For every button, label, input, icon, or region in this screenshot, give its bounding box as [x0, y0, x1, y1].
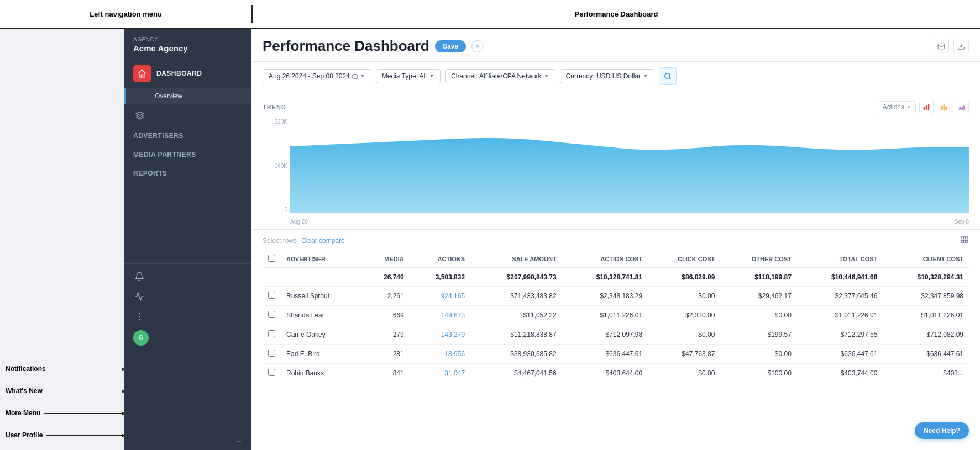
table-section: Select rows Clear compare A — [251, 230, 980, 383]
left-nav-label: Left navigation menu — [0, 10, 251, 18]
row-advertiser-0: Russell Sprout — [281, 287, 362, 306]
date-range-label: Aug 26 2024 - Sep 08 2024 — [269, 72, 350, 80]
notifications-icon[interactable] — [133, 271, 145, 283]
x-label-start: Aug 26 — [290, 219, 308, 225]
row-checkbox-input-4[interactable] — [268, 369, 275, 376]
sidebar-item-media-partners[interactable]: MEDIA PARTNERS — [124, 145, 251, 164]
totals-click-cost: $86,029.09 — [648, 268, 720, 287]
filters-bar: Aug 26 2024 - Sep 08 2024 Media Type: Al… — [251, 62, 980, 91]
media-partners-label: MEDIA PARTNERS — [133, 151, 196, 158]
row-click-cost-2: $0.00 — [648, 325, 720, 345]
affiliates-icon — [133, 109, 146, 122]
row-sale-amount-3: $38,930,685.82 — [470, 345, 562, 364]
row-other-cost-0: $29,462.17 — [720, 287, 797, 306]
row-checkbox-input-2[interactable] — [268, 330, 275, 337]
col-actions: ACTIONS — [410, 250, 470, 268]
row-total-cost-4: $403,744.00 — [797, 364, 883, 383]
svg-line-9 — [669, 78, 671, 80]
channel-filter[interactable]: Channel: Affiliate/CPA Network — [445, 69, 555, 83]
layout-icon — [960, 235, 969, 244]
agency-sublabel: Agency — [133, 36, 243, 43]
search-button[interactable] — [659, 67, 677, 85]
clear-compare-btn[interactable]: Clear compare — [301, 237, 345, 245]
svg-point-8 — [665, 73, 670, 78]
y-label-bottom: 0 — [263, 207, 287, 213]
table-header: ADVERTISER MEDIA ACTIONS SALE AMOUNT ACT… — [263, 250, 969, 268]
sidebar-item-affiliates[interactable] — [124, 104, 251, 126]
row-advertiser-4: Robin Banks — [281, 364, 362, 383]
row-sale-amount-4: $4,467,041.56 — [470, 364, 562, 383]
row-click-cost-3: $47,763.87 — [648, 345, 720, 364]
whats-new-arrow — [46, 391, 124, 391]
row-actions-link-4[interactable]: 31,047 — [444, 369, 465, 377]
dashboard-nav-label: DASHBOARD — [156, 70, 202, 77]
col-advertiser: ADVERTISER — [281, 250, 362, 268]
totals-other-cost: $118,199.87 — [720, 268, 797, 287]
row-checkbox-input-0[interactable] — [268, 292, 275, 299]
area-chart-btn[interactable] — [955, 100, 969, 114]
data-table: ADVERTISER MEDIA ACTIONS SALE AMOUNT ACT… — [263, 250, 969, 383]
row-click-cost-4: $0.00 — [648, 364, 720, 383]
whats-new-icon[interactable] — [133, 290, 145, 303]
row-media-3: 281 — [362, 345, 409, 364]
row-total-cost-2: $712,297.55 — [797, 325, 883, 345]
x-label-end: Sep 8 — [955, 219, 969, 225]
row-other-cost-1: $0.00 — [720, 306, 797, 325]
totals-total-cost: $10,446,941.68 — [797, 268, 883, 287]
close-button[interactable]: × — [471, 40, 484, 52]
row-action-cost-4: $403,644.00 — [562, 364, 648, 383]
email-icon-btn[interactable] — [934, 39, 949, 54]
user-profile-arrow — [46, 435, 124, 436]
row-media-1: 669 — [362, 306, 409, 325]
more-menu-annotation: More Menu — [6, 409, 124, 417]
compare-area: Select rows Clear compare — [263, 237, 345, 245]
row-actions-3: 18,956 — [410, 345, 470, 364]
chevron-down-icon2 — [429, 73, 434, 79]
need-help-button[interactable]: Need Help? — [915, 422, 969, 439]
user-profile-annotation: User Profile — [6, 431, 124, 439]
col-action-cost: ACTION COST — [562, 250, 648, 268]
table-toolbar: Select rows Clear compare — [263, 235, 969, 246]
date-range-filter[interactable]: Aug 26 2024 - Sep 08 2024 — [263, 69, 371, 83]
sidebar-item-overview[interactable]: Overview — [124, 88, 251, 104]
svg-rect-21 — [961, 240, 964, 243]
currency-filter[interactable]: Currency: USD US Dollar — [560, 69, 654, 83]
col-checkbox — [263, 250, 281, 268]
column-chart-btn[interactable] — [937, 100, 951, 114]
row-actions-link-0[interactable]: 924,165 — [441, 292, 465, 300]
row-client-cost-1: $1,011,226.01 — [883, 306, 969, 325]
sidebar-agency: Agency Acme Agency — [124, 29, 251, 59]
bar-chart-btn[interactable] — [919, 100, 934, 114]
sidebar-item-advertisers[interactable]: ADVERTISERS — [124, 126, 251, 145]
actions-dropdown-btn[interactable]: Actions — [878, 101, 916, 113]
row-checkbox-input-1[interactable] — [268, 311, 275, 318]
sidebar: Agency Acme Agency DASHBOARD Overview — [124, 29, 251, 450]
select-all-checkbox[interactable] — [268, 255, 275, 262]
row-action-cost-2: $712,097.98 — [562, 325, 648, 345]
totals-sale-amount: $207,990,843.73 — [470, 268, 562, 287]
row-actions-4: 31,047 — [410, 364, 470, 383]
save-button[interactable]: Save — [435, 40, 466, 52]
sidebar-item-dashboard[interactable]: DASHBOARD — [124, 59, 251, 88]
row-checkbox-input-3[interactable] — [268, 350, 275, 357]
row-client-cost-2: $712,082.09 — [883, 325, 969, 345]
table-layout-btn[interactable] — [960, 235, 969, 246]
chart-actions: Actions — [878, 100, 969, 114]
svg-rect-22 — [965, 240, 968, 243]
svg-rect-12 — [928, 104, 929, 110]
collapse-sidebar-btn[interactable]: ← — [124, 432, 251, 450]
download-icon-btn[interactable] — [953, 39, 969, 54]
row-actions-link-2[interactable]: 143,279 — [441, 331, 465, 338]
chevron-down-icon — [360, 73, 365, 79]
totals-actions: 3,503,832 — [410, 268, 470, 287]
user-avatar[interactable]: 6 — [133, 330, 149, 346]
sidebar-item-reports[interactable]: REPORTS — [124, 164, 251, 183]
row-media-4: 841 — [362, 364, 409, 383]
row-actions-link-1[interactable]: 149,673 — [441, 311, 465, 319]
annotation-bar: Left navigation menu Performance Dashboa… — [0, 0, 980, 29]
more-menu-icon[interactable] — [133, 310, 145, 322]
more-menu-label: More Menu — [6, 409, 40, 417]
totals-media: 26,740 — [362, 268, 409, 287]
row-actions-link-3[interactable]: 18,956 — [444, 350, 465, 358]
media-type-filter[interactable]: Media Type: All — [376, 69, 441, 83]
